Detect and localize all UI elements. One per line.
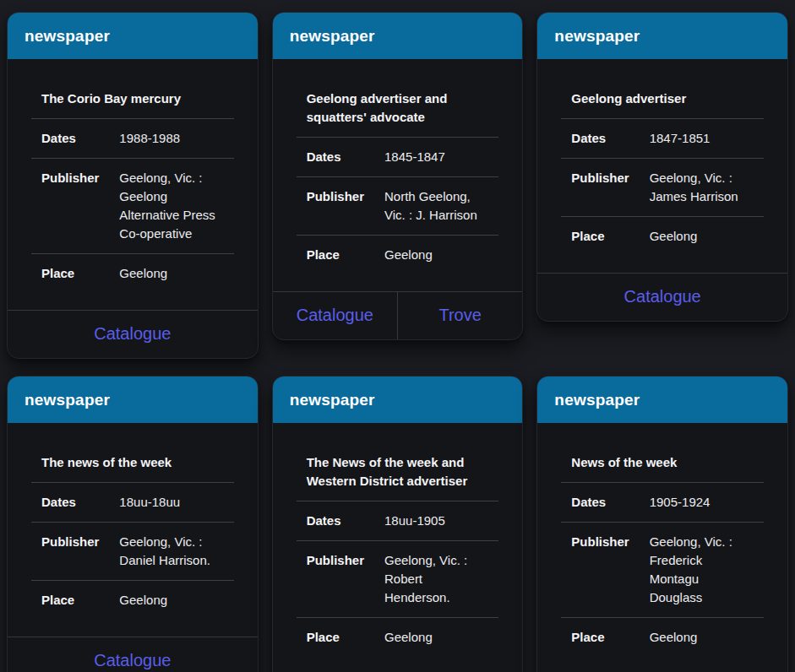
newspaper-card-grid: newspaper The Corio Bay mercury Dates 19… bbox=[0, 0, 795, 672]
newspaper-title: The news of the week bbox=[31, 443, 234, 483]
field-label: Dates bbox=[561, 483, 639, 523]
card-body: The Corio Bay mercury Dates 1988-1988 Pu… bbox=[8, 59, 258, 310]
table-row: Dates 1847-1851 bbox=[561, 119, 764, 159]
card-footer: Catalogue bbox=[537, 273, 787, 321]
field-value: Geelong bbox=[109, 581, 233, 621]
table-row: Place Geelong bbox=[561, 217, 764, 257]
table-row: Publisher Geelong, Vic. : James Harrison bbox=[561, 159, 764, 217]
title-row: Geelong advertiser and squatters' advoca… bbox=[297, 79, 499, 138]
newspaper-card: newspaper The news of the week Dates 18u… bbox=[7, 376, 259, 672]
field-label: Publisher bbox=[31, 523, 109, 581]
card-body: News of the week Dates 1905-1924 Publish… bbox=[537, 423, 787, 672]
field-value: Geelong, Vic. : Daniel Harrison. bbox=[109, 523, 233, 581]
field-label: Publisher bbox=[297, 177, 374, 236]
newspaper-title: Geelong advertiser bbox=[561, 79, 764, 119]
catalogue-link[interactable]: Catalogue bbox=[8, 311, 258, 358]
field-value: Geelong, Vic. : Robert Henderson. bbox=[374, 541, 498, 618]
field-label: Place bbox=[561, 217, 639, 257]
field-value: Geelong bbox=[640, 217, 764, 257]
field-label: Publisher bbox=[297, 541, 374, 618]
card-body: The News of the week and Western Distric… bbox=[273, 423, 523, 672]
title-row: The news of the week bbox=[31, 443, 234, 483]
field-value: Geelong bbox=[374, 236, 498, 275]
table-row: Publisher Geelong, Vic. : Daniel Harriso… bbox=[31, 523, 234, 581]
field-value: Geelong, Vic. : Geelong Alternative Pres… bbox=[109, 159, 233, 254]
metadata-table: The news of the week Dates 18uu-18uu Pub… bbox=[31, 443, 234, 620]
newspaper-title: Geelong advertiser and squatters' advoca… bbox=[297, 79, 499, 138]
card-footer: Catalogue bbox=[8, 310, 258, 358]
card-header: newspaper bbox=[8, 13, 258, 59]
field-value: North Geelong, Vic. : J. Harrison bbox=[374, 177, 498, 236]
card-header: newspaper bbox=[537, 13, 787, 59]
newspaper-card: newspaper News of the week Dates 1905-19… bbox=[536, 376, 788, 672]
metadata-table: News of the week Dates 1905-1924 Publish… bbox=[561, 443, 764, 657]
card-type-label: newspaper bbox=[290, 391, 375, 409]
table-row: Place Geelong bbox=[297, 618, 499, 658]
card-header: newspaper bbox=[8, 377, 258, 423]
metadata-table: Geelong advertiser Dates 1847-1851 Publi… bbox=[561, 79, 764, 256]
field-label: Dates bbox=[297, 138, 374, 177]
newspaper-title: The News of the week and Western Distric… bbox=[297, 443, 499, 501]
table-row: Publisher North Geelong, Vic. : J. Harri… bbox=[297, 177, 499, 236]
field-label: Publisher bbox=[31, 159, 109, 254]
card-body: The news of the week Dates 18uu-18uu Pub… bbox=[8, 423, 258, 637]
newspaper-card: newspaper Geelong advertiser and squatte… bbox=[272, 12, 524, 340]
newspaper-title: The Corio Bay mercury bbox=[31, 79, 234, 119]
field-value: 1845-1847 bbox=[374, 138, 498, 177]
field-label: Place bbox=[297, 236, 374, 275]
field-value: 18uu-18uu bbox=[109, 483, 233, 523]
field-label: Dates bbox=[297, 501, 374, 541]
field-value: Geelong bbox=[640, 618, 764, 658]
card-header: newspaper bbox=[537, 377, 787, 423]
card-type-label: newspaper bbox=[290, 27, 375, 45]
card-footer: Catalogue bbox=[8, 637, 258, 672]
field-label: Place bbox=[561, 618, 639, 658]
field-value: Geelong, Vic. : James Harrison bbox=[640, 159, 764, 217]
field-label: Dates bbox=[31, 119, 109, 159]
table-row: Place Geelong bbox=[31, 254, 234, 294]
metadata-table: The News of the week and Western Distric… bbox=[297, 443, 499, 657]
field-value: Geelong bbox=[109, 254, 233, 294]
table-row: Place Geelong bbox=[561, 618, 764, 658]
field-label: Publisher bbox=[561, 159, 639, 217]
field-value: Geelong, Vic. : Frederick Montagu Dougla… bbox=[640, 523, 764, 618]
field-label: Dates bbox=[31, 483, 109, 523]
trove-link[interactable]: Trove bbox=[397, 292, 522, 339]
card-type-label: newspaper bbox=[554, 391, 640, 409]
field-value: 1988-1988 bbox=[109, 119, 233, 159]
field-label: Place bbox=[297, 618, 374, 658]
field-value: 18uu-1905 bbox=[374, 501, 498, 541]
table-row: Dates 1988-1988 bbox=[31, 119, 234, 159]
card-type-label: newspaper bbox=[554, 27, 640, 45]
newspaper-card: newspaper The News of the week and Weste… bbox=[272, 376, 524, 672]
metadata-table: The Corio Bay mercury Dates 1988-1988 Pu… bbox=[31, 79, 234, 293]
table-row: Dates 1845-1847 bbox=[297, 138, 499, 177]
table-row: Dates 1905-1924 bbox=[561, 483, 764, 523]
field-label: Place bbox=[31, 254, 109, 294]
catalogue-link[interactable]: Catalogue bbox=[273, 292, 397, 339]
catalogue-link[interactable]: Catalogue bbox=[8, 637, 258, 672]
title-row: News of the week bbox=[561, 443, 764, 483]
card-header: newspaper bbox=[273, 377, 523, 423]
table-row: Place Geelong bbox=[297, 236, 499, 275]
card-type-label: newspaper bbox=[25, 27, 110, 45]
table-row: Publisher Geelong, Vic. : Geelong Altern… bbox=[31, 159, 234, 254]
field-label: Place bbox=[31, 581, 109, 621]
table-row: Publisher Geelong, Vic. : Frederick Mont… bbox=[561, 523, 764, 618]
field-value: Geelong bbox=[374, 618, 498, 658]
card-header: newspaper bbox=[273, 13, 523, 59]
card-body: Geelong advertiser and squatters' advoca… bbox=[273, 59, 523, 291]
card-body: Geelong advertiser Dates 1847-1851 Publi… bbox=[537, 59, 787, 273]
title-row: The Corio Bay mercury bbox=[31, 79, 234, 119]
field-label: Dates bbox=[561, 119, 639, 159]
title-row: Geelong advertiser bbox=[561, 79, 764, 119]
newspaper-card: newspaper Geelong advertiser Dates 1847-… bbox=[536, 12, 788, 322]
table-row: Dates 18uu-1905 bbox=[297, 501, 499, 541]
field-value: 1847-1851 bbox=[640, 119, 764, 159]
newspaper-title: News of the week bbox=[561, 443, 764, 483]
catalogue-link[interactable]: Catalogue bbox=[537, 274, 787, 321]
title-row: The News of the week and Western Distric… bbox=[297, 443, 499, 501]
table-row: Place Geelong bbox=[31, 581, 234, 621]
table-row: Publisher Geelong, Vic. : Robert Henders… bbox=[297, 541, 499, 618]
table-row: Dates 18uu-18uu bbox=[31, 483, 234, 523]
